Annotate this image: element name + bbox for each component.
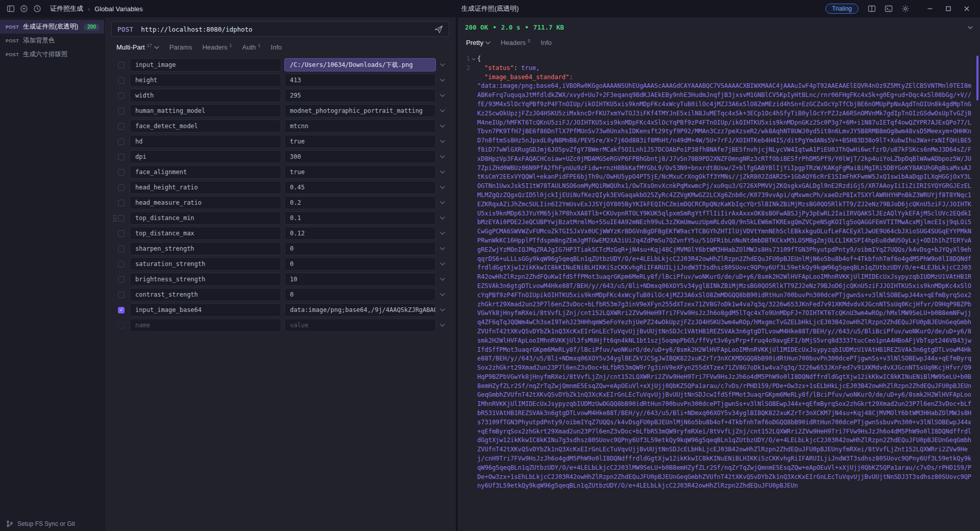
param-value-input[interactable]: 0 bbox=[284, 257, 436, 271]
param-enabled-checkbox[interactable] bbox=[118, 92, 125, 99]
param-key-input[interactable]: brightness_strength bbox=[130, 273, 281, 286]
param-key-input[interactable]: hd bbox=[130, 135, 281, 148]
chevron-down-icon[interactable] bbox=[436, 186, 449, 189]
close-icon[interactable] bbox=[958, 2, 976, 15]
param-value-input[interactable]: 0.1 bbox=[284, 211, 436, 225]
breadcrumb-collection[interactable]: 证件照生成 bbox=[50, 4, 83, 13]
param-value-input[interactable]: 10 bbox=[284, 273, 436, 286]
drag-handle-icon[interactable] bbox=[111, 210, 118, 226]
param-key-input[interactable]: sharpen_strength bbox=[130, 242, 281, 255]
param-key-input[interactable]: height bbox=[130, 74, 281, 87]
param-key-input[interactable]: head_measure_ratio bbox=[130, 196, 281, 209]
param-enabled-checkbox[interactable] bbox=[118, 246, 125, 252]
param-key-input[interactable]: width bbox=[130, 89, 281, 102]
chevron-down-icon[interactable] bbox=[436, 171, 449, 174]
param-enabled-checkbox[interactable] bbox=[118, 261, 125, 268]
param-enabled-checkbox[interactable] bbox=[118, 292, 125, 298]
breadcrumb-page[interactable]: Global Variables bbox=[94, 5, 142, 13]
chevron-down-icon[interactable] bbox=[436, 94, 449, 97]
chevron-down-icon[interactable] bbox=[436, 324, 449, 327]
collapse-response-icon[interactable] bbox=[968, 26, 973, 29]
param-key-input[interactable]: name bbox=[130, 319, 281, 332]
tab-params[interactable]: Params bbox=[164, 38, 198, 57]
chevron-down-icon[interactable] bbox=[436, 262, 449, 266]
split-view-icon[interactable] bbox=[865, 2, 878, 15]
param-value-input[interactable]: true bbox=[284, 165, 436, 179]
param-key-input[interactable]: top_distance_min bbox=[130, 211, 281, 225]
chevron-down-icon[interactable] bbox=[436, 63, 449, 66]
param-value-input[interactable]: modnet_photographic_portrait_matting bbox=[284, 104, 436, 117]
fs-sync-footer[interactable]: Setup FS Sync or Git bbox=[0, 517, 104, 531]
param-value-input[interactable]: mtcnn bbox=[284, 119, 436, 133]
param-enabled-checkbox[interactable] bbox=[118, 77, 125, 84]
tab-headers[interactable]: Headers1 bbox=[197, 38, 237, 57]
param-enabled-checkbox[interactable] bbox=[118, 184, 125, 191]
param-value-input[interactable]: 0 bbox=[284, 242, 436, 255]
fold-icon[interactable] bbox=[470, 55, 477, 64]
request-list-item[interactable]: POST生成证件照(底透明)200 bbox=[0, 20, 104, 34]
chevron-down-icon[interactable] bbox=[436, 109, 449, 112]
param-key-input[interactable]: top_distance_max bbox=[130, 227, 281, 240]
param-key-input[interactable]: contrast_strength bbox=[130, 288, 281, 301]
param-enabled-checkbox[interactable] bbox=[118, 276, 125, 283]
param-enabled-checkbox[interactable] bbox=[118, 215, 125, 222]
param-value-input[interactable]: /C:/Users/10634/Downloads/下载.png bbox=[284, 58, 436, 71]
scrollbar-thumb[interactable] bbox=[976, 56, 978, 101]
param-key-input[interactable]: face_detect_model bbox=[130, 119, 281, 133]
url-input[interactable]: http://localhost:8080/idphoto bbox=[141, 26, 252, 33]
param-value-input[interactable]: true bbox=[284, 135, 436, 148]
chevron-down-icon[interactable] bbox=[436, 216, 449, 220]
param-value-input[interactable]: 295 bbox=[284, 89, 436, 102]
param-enabled-checkbox[interactable] bbox=[118, 169, 125, 176]
chevron-down-icon[interactable] bbox=[436, 155, 449, 158]
request-list-item[interactable]: POST添加背景色 bbox=[0, 34, 104, 47]
settings-icon[interactable] bbox=[899, 2, 912, 15]
param-value-input[interactable]: value bbox=[284, 319, 436, 332]
param-enabled-checkbox[interactable] bbox=[118, 108, 125, 114]
param-enabled-checkbox[interactable] bbox=[118, 138, 125, 145]
add-circle-icon[interactable] bbox=[17, 2, 31, 15]
request-list-item[interactable]: POST生成六寸排版照 bbox=[0, 47, 104, 61]
trialing-badge[interactable]: Trialing bbox=[825, 4, 859, 14]
param-enabled-checkbox[interactable]: ✓ bbox=[118, 307, 125, 313]
chevron-down-icon[interactable] bbox=[436, 293, 449, 296]
param-enabled-checkbox[interactable] bbox=[118, 230, 125, 237]
param-value-input[interactable]: 300 bbox=[284, 150, 436, 163]
devtools-icon[interactable] bbox=[882, 2, 895, 15]
param-enabled-checkbox[interactable] bbox=[118, 62, 125, 68]
tab-headers[interactable]: Headers5 bbox=[496, 33, 535, 53]
param-enabled-checkbox[interactable] bbox=[118, 123, 125, 130]
param-value-input[interactable]: data:image/png;base64,/9j/4AAQSkZJRgABAQ… bbox=[284, 303, 436, 317]
param-key-input[interactable]: input_image bbox=[130, 58, 281, 71]
tab-auth[interactable]: Auth1 bbox=[237, 38, 266, 57]
param-key-input[interactable]: input_image_base64 bbox=[130, 303, 281, 317]
chevron-down-icon[interactable] bbox=[436, 201, 449, 204]
chevron-down-icon[interactable] bbox=[436, 247, 449, 250]
tab-info[interactable]: Info bbox=[535, 33, 557, 53]
param-enabled-checkbox[interactable] bbox=[118, 154, 125, 160]
collection-icon[interactable] bbox=[4, 2, 17, 15]
chevron-down-icon[interactable] bbox=[436, 308, 449, 311]
tab-info[interactable]: Info bbox=[265, 38, 287, 57]
param-enabled-checkbox[interactable] bbox=[118, 200, 125, 206]
param-key-input[interactable]: saturation_strength bbox=[130, 257, 281, 271]
url-bar[interactable]: POST http://localhost:8080/idphoto bbox=[111, 21, 449, 37]
chevron-down-icon[interactable] bbox=[436, 79, 449, 82]
chevron-down-icon[interactable] bbox=[436, 278, 449, 281]
param-value-input[interactable]: 413 bbox=[284, 74, 436, 87]
param-enabled-checkbox[interactable] bbox=[118, 322, 125, 329]
param-key-input[interactable]: head_height_ratio bbox=[130, 181, 281, 194]
param-value-input[interactable]: 0 bbox=[284, 288, 436, 301]
send-icon[interactable] bbox=[434, 25, 443, 34]
param-key-input[interactable]: human_matting_model bbox=[130, 104, 281, 117]
param-value-input[interactable]: 0.45 bbox=[284, 181, 436, 194]
param-value-input[interactable]: 0.2 bbox=[284, 196, 436, 209]
param-key-input[interactable]: dpi bbox=[130, 150, 281, 163]
minimize-icon[interactable] bbox=[921, 2, 939, 15]
param-value-input[interactable]: 0.12 bbox=[284, 227, 436, 240]
param-key-input[interactable]: face_alignment bbox=[130, 165, 281, 179]
chevron-down-icon[interactable] bbox=[436, 140, 449, 143]
history-icon[interactable] bbox=[31, 2, 44, 15]
chevron-down-icon[interactable] bbox=[436, 232, 449, 235]
tab-multi-part[interactable]: Multi-Part17 bbox=[111, 38, 164, 57]
